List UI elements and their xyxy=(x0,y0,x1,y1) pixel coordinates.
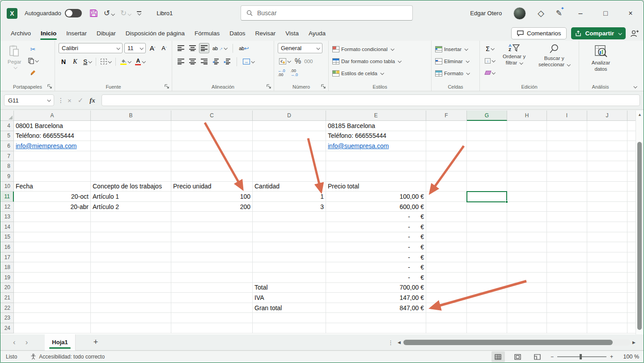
cell-H20[interactable] xyxy=(507,283,547,293)
align-middle-button[interactable] xyxy=(187,43,197,53)
cell-D14[interactable] xyxy=(253,222,326,232)
cell-G20[interactable] xyxy=(467,283,507,293)
find-select-button[interactable]: Buscar y seleccionar xyxy=(532,43,576,78)
cell-E11[interactable]: 100,00 € xyxy=(326,192,426,202)
font-name-select[interactable]: Calibri xyxy=(59,43,123,53)
cell-E17[interactable]: - € xyxy=(326,252,426,263)
row-header-22[interactable]: 22 xyxy=(0,303,14,313)
ribbon-tab-dibujar[interactable]: Dibujar xyxy=(92,27,121,39)
borders-button[interactable] xyxy=(99,56,112,67)
percent-style-button[interactable]: % xyxy=(295,57,301,65)
cell-D20[interactable]: Total xyxy=(253,283,326,293)
cell-H23[interactable] xyxy=(507,313,547,323)
cell-F20[interactable] xyxy=(426,283,467,293)
align-right-button[interactable] xyxy=(199,56,209,67)
cell-E13[interactable]: - € xyxy=(326,212,426,222)
cell-B6[interactable] xyxy=(91,141,171,151)
cell-G18[interactable] xyxy=(467,262,507,273)
cell-C18[interactable] xyxy=(171,262,253,273)
cell-B23[interactable] xyxy=(91,313,171,323)
delete-cells-button[interactable]: × Eliminar xyxy=(435,55,477,67)
cell-J8[interactable] xyxy=(587,161,627,171)
cell-E15[interactable]: - € xyxy=(326,232,426,243)
cell-F8[interactable] xyxy=(426,161,467,171)
cell-J9[interactable] xyxy=(587,171,627,182)
cell-F10[interactable] xyxy=(426,182,467,192)
cell-F13[interactable] xyxy=(426,212,467,222)
cell-C8[interactable] xyxy=(171,161,253,171)
cell-F15[interactable] xyxy=(426,232,467,243)
column-header-A[interactable]: A xyxy=(14,111,91,121)
cell-J15[interactable] xyxy=(587,232,627,243)
ribbon-tab-revisar[interactable]: Revisar xyxy=(250,27,280,39)
cell-J5[interactable] xyxy=(587,131,627,141)
cell-J19[interactable] xyxy=(587,273,627,283)
cell-D12[interactable]: 3 xyxy=(253,202,326,212)
view-page-break-button[interactable] xyxy=(531,351,544,362)
cell-D9[interactable] xyxy=(253,171,326,182)
name-box[interactable]: G11 xyxy=(4,94,54,106)
comma-style-button[interactable]: 000 xyxy=(304,59,313,64)
decrease-indent-button[interactable]: ◂ xyxy=(211,56,220,67)
cell-A23[interactable] xyxy=(14,313,91,323)
paste-button[interactable]: Pegar xyxy=(4,43,25,77)
cell-F17[interactable] xyxy=(426,252,467,263)
cell-J18[interactable] xyxy=(587,262,627,273)
cell-D23[interactable] xyxy=(253,313,326,323)
autosave-toggle[interactable] xyxy=(65,9,82,17)
cell-I21[interactable] xyxy=(547,293,587,303)
insert-cells-button[interactable]: Insertar xyxy=(435,43,477,55)
cell-F19[interactable] xyxy=(426,273,467,283)
cell-E12[interactable]: 600,00 € xyxy=(326,202,426,212)
cell-I7[interactable] xyxy=(547,151,587,162)
cell-I23[interactable] xyxy=(547,313,587,323)
cell-C24[interactable] xyxy=(171,323,253,333)
cell-I11[interactable] xyxy=(547,192,587,202)
conditional-formatting-button[interactable]: Formato condicional xyxy=(332,43,428,55)
cell-F9[interactable] xyxy=(426,171,467,182)
row-header-5[interactable]: 5 xyxy=(0,131,14,141)
cell-D8[interactable] xyxy=(253,161,326,171)
cell-F7[interactable] xyxy=(426,151,467,162)
cell-H17[interactable] xyxy=(507,252,547,263)
quick-access-toolbar-icon[interactable] xyxy=(137,11,141,15)
cell-C11[interactable]: 100 xyxy=(171,192,253,202)
cell-G16[interactable] xyxy=(467,242,507,252)
cell-D24[interactable] xyxy=(253,323,326,333)
scroll-left-icon[interactable]: ◀ xyxy=(396,340,402,345)
cell-H18[interactable] xyxy=(507,262,547,273)
cell-A4[interactable]: 08001 Barcelona xyxy=(14,121,91,131)
cell-J11[interactable] xyxy=(587,192,627,202)
cell-J13[interactable] xyxy=(587,212,627,222)
cell-C17[interactable] xyxy=(171,252,253,263)
pen-mode-icon[interactable]: ✎✦ xyxy=(556,9,562,18)
cell-B4[interactable] xyxy=(91,121,171,131)
cell-H8[interactable] xyxy=(507,161,547,171)
collapse-ribbon-icon[interactable] xyxy=(633,85,637,88)
column-header-B[interactable]: B xyxy=(91,111,171,121)
cell-C15[interactable] xyxy=(171,232,253,243)
cell-I22[interactable] xyxy=(547,303,587,313)
cell-A8[interactable] xyxy=(14,161,91,171)
cell-H15[interactable] xyxy=(507,232,547,243)
cell-G15[interactable] xyxy=(467,232,507,243)
clear-button[interactable] xyxy=(483,68,496,78)
cell-C13[interactable] xyxy=(171,212,253,222)
sort-filter-button[interactable]: AZ Ordenar y filtrar xyxy=(497,43,531,78)
underline-button[interactable]: S xyxy=(82,56,93,67)
hyperlink-E6[interactable]: info@suempresa.com xyxy=(328,142,389,149)
cell-D22[interactable]: Gran total xyxy=(253,303,326,313)
ribbon-tab-vista[interactable]: Vista xyxy=(280,27,304,39)
close-button[interactable]: × xyxy=(624,9,637,17)
analyze-data-button[interactable]: Analizar datos xyxy=(583,43,619,74)
cell-H10[interactable] xyxy=(507,182,547,192)
cell-A11[interactable]: 20-oct xyxy=(14,192,91,202)
cell-F22[interactable] xyxy=(426,303,467,313)
view-normal-button[interactable] xyxy=(491,351,505,362)
cell-A12[interactable]: 20-abr xyxy=(14,202,91,212)
cell-E14[interactable]: - € xyxy=(326,222,426,232)
cell-F4[interactable] xyxy=(426,121,467,131)
ribbon-tab-inicio[interactable]: Inicio xyxy=(36,27,61,39)
cell-C7[interactable] xyxy=(171,151,253,162)
cell-J22[interactable] xyxy=(587,303,627,313)
